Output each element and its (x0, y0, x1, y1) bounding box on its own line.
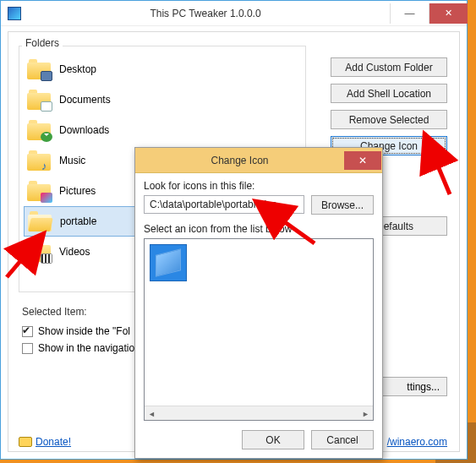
option-label: Show in the navigatio (38, 342, 134, 354)
folder-name: Desktop (59, 63, 96, 75)
ok-button[interactable]: OK (242, 430, 304, 449)
window-title: This PC Tweaker 1.0.0.0 (21, 8, 390, 19)
browse-button[interactable]: Browse... (311, 195, 374, 215)
dialog-title: Change Icon (135, 155, 344, 166)
icon-item-selected[interactable] (150, 244, 187, 281)
folder-row[interactable]: Documents (24, 84, 299, 115)
folder-icon (27, 150, 51, 171)
folder-icon (27, 120, 51, 140)
scroll-right-button[interactable]: ► (358, 406, 373, 421)
folder-name: Pictures (59, 185, 96, 197)
folder-name: Music (59, 155, 85, 166)
icon-path-input[interactable]: C:\data\portable\portable.ico (144, 195, 304, 214)
folder-icon (27, 181, 51, 201)
select-icon-label: Select an icon from the list below (144, 223, 374, 235)
cancel-button[interactable]: Cancel (311, 430, 374, 449)
folder-icon (27, 90, 51, 110)
titlebar[interactable]: This PC Tweaker 1.0.0.0 (1, 1, 467, 26)
checkbox[interactable] (22, 326, 33, 337)
folder-row[interactable]: Downloads (24, 115, 299, 145)
folder-name: Downloads (59, 124, 109, 136)
folder-icon (27, 59, 51, 79)
scroll-left-button[interactable]: ◄ (145, 406, 159, 421)
donate-text: Donate! (36, 436, 71, 448)
horizontal-scrollbar[interactable]: ◄ ► (145, 406, 373, 420)
folder-icon (27, 242, 51, 262)
change-icon-dialog: Change Icon ✕ Look for icons in this fil… (134, 147, 383, 459)
option-label: Show inside the "Fol (38, 325, 130, 337)
selected-item-title: Selected Item: (22, 306, 140, 318)
donate-icon (19, 437, 32, 447)
folder-name: Videos (59, 246, 90, 258)
option-row[interactable]: Show inside the "Fol (22, 323, 140, 340)
icon-list[interactable]: ◄ ► (144, 238, 374, 421)
site-link[interactable]: /winaero.com (387, 436, 447, 448)
add-custom-folder-button[interactable]: Add Custom Folder (331, 57, 447, 77)
remove-selected-button[interactable]: Remove Selected (331, 110, 447, 129)
close-button[interactable] (429, 3, 468, 24)
add-shell-location-button[interactable]: Add Shell Location (331, 84, 447, 103)
dialog-titlebar[interactable]: Change Icon ✕ (135, 148, 382, 173)
minimize-button[interactable] (390, 3, 429, 24)
dialog-close-button[interactable]: ✕ (344, 151, 381, 170)
selected-item-group: Selected Item: Show inside the "FolShow … (22, 306, 140, 357)
checkbox[interactable] (22, 343, 33, 354)
app-icon (8, 7, 21, 20)
folders-label: Folders (22, 37, 63, 49)
folder-name: portable (60, 215, 96, 227)
folder-icon (28, 211, 52, 232)
donate-link[interactable]: Donate! (19, 436, 71, 448)
folder-name: Documents (59, 94, 111, 106)
folder-row[interactable]: Desktop (24, 54, 299, 84)
right-buttons: Add Custom Folder Add Shell Location Rem… (331, 57, 447, 155)
look-for-label: Look for icons in this file: (144, 180, 374, 192)
option-row[interactable]: Show in the navigatio (22, 340, 140, 357)
